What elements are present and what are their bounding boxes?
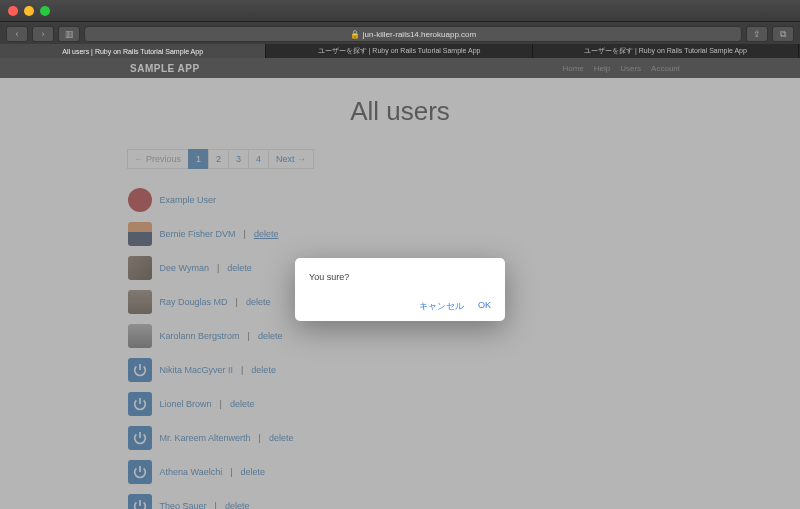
share-button[interactable]: ⇪ bbox=[746, 26, 768, 42]
sidebar-button[interactable]: ▥ bbox=[58, 26, 80, 42]
confirm-dialog: You sure? キャンセル OK bbox=[295, 258, 505, 321]
maximize-window-icon[interactable] bbox=[40, 6, 50, 16]
forward-button[interactable]: › bbox=[32, 26, 54, 42]
copy-button[interactable]: ⧉ bbox=[772, 26, 794, 42]
browser-tab-1[interactable]: ユーザーを探す | Ruby on Rails Tutorial Sample … bbox=[266, 44, 532, 58]
browser-tab-2[interactable]: ユーザーを探す | Ruby on Rails Tutorial Sample … bbox=[533, 44, 799, 58]
dialog-cancel-button[interactable]: キャンセル bbox=[419, 300, 464, 313]
window-titlebar bbox=[0, 0, 800, 22]
browser-toolbar: ‹ › ▥ 🔒 jun-killer-rails14.herokuapp.com… bbox=[0, 22, 800, 44]
dialog-ok-button[interactable]: OK bbox=[478, 300, 491, 313]
lock-icon: 🔒 bbox=[350, 30, 360, 39]
address-bar[interactable]: 🔒 jun-killer-rails14.herokuapp.com bbox=[84, 26, 742, 42]
minimize-window-icon[interactable] bbox=[24, 6, 34, 16]
url-text: jun-killer-rails14.herokuapp.com bbox=[363, 30, 476, 39]
browser-tabs: All users | Ruby on Rails Tutorial Sampl… bbox=[0, 44, 800, 58]
dialog-message: You sure? bbox=[309, 272, 491, 282]
back-button[interactable]: ‹ bbox=[6, 26, 28, 42]
browser-tab-0[interactable]: All users | Ruby on Rails Tutorial Sampl… bbox=[0, 44, 266, 58]
close-window-icon[interactable] bbox=[8, 6, 18, 16]
